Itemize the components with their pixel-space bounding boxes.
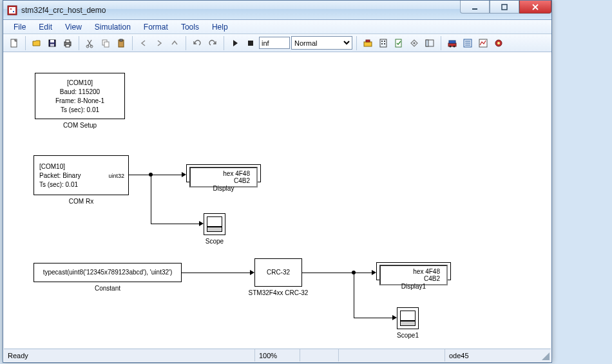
svg-rect-5: [502, 5, 507, 10]
svg-rect-22: [380, 39, 387, 47]
stop-button[interactable]: [244, 36, 258, 50]
block-label: Constant: [33, 285, 182, 292]
signal-builder-button[interactable]: [476, 36, 490, 50]
block-text: [COM10]: [39, 162, 123, 171]
arrow-icon: [372, 270, 376, 275]
arrow-icon: [392, 315, 397, 320]
block-scope1[interactable]: [397, 307, 419, 329]
maximize-button[interactable]: [490, 1, 519, 14]
menu-edit[interactable]: Edit: [32, 21, 59, 34]
block-display1[interactable]: hex 4F48 C4B2: [376, 262, 451, 280]
block-text: Ts (sec): 0.01: [39, 180, 123, 189]
svg-rect-24: [384, 41, 385, 42]
toolbar-separator: [356, 36, 357, 50]
block-scope[interactable]: [204, 213, 225, 235]
model-explorer-button[interactable]: [423, 36, 437, 50]
svg-rect-8: [50, 40, 54, 43]
toolbar-separator: [186, 36, 186, 50]
menu-file[interactable]: File: [7, 21, 32, 34]
forward-button[interactable]: [152, 36, 166, 50]
block-text: CRC-32: [267, 269, 290, 276]
block-crc32[interactable]: CRC-32: [254, 258, 302, 287]
status-empty: [300, 349, 339, 361]
titlebar[interactable]: stm32f4_crc_host_demo: [3, 1, 551, 20]
status-ready: Ready: [4, 349, 255, 361]
block-label: Display: [186, 185, 261, 192]
arrow-icon: [199, 221, 204, 226]
svg-rect-4: [472, 8, 477, 10]
toolbar-separator: [25, 36, 26, 50]
signal-wire: [302, 273, 372, 273]
block-constant[interactable]: typecast(uint8('12345x789123abcd'), 'uin…: [33, 263, 182, 282]
signal-wire: [354, 273, 354, 318]
toolbar-separator: [441, 36, 441, 50]
back-button[interactable]: [137, 36, 151, 50]
up-button[interactable]: [167, 36, 182, 50]
paste-button[interactable]: [114, 36, 128, 50]
block-com-rx[interactable]: [COM10] Packet: Binary Ts (sec): 0.01 ui…: [33, 155, 129, 195]
build-button[interactable]: [361, 36, 375, 50]
signal-wire: [129, 175, 182, 175]
model-config-button[interactable]: [461, 36, 475, 50]
svg-rect-9: [50, 44, 54, 46]
block-com-setup[interactable]: [COM10] Baud: 115200 Frame: 8-None-1 Ts …: [35, 73, 125, 119]
menu-help[interactable]: Help: [206, 21, 234, 34]
window-title: stm32f4_crc_host_demo: [21, 6, 106, 15]
svg-rect-16: [104, 42, 109, 47]
signal-wire: [151, 175, 151, 224]
app-window: stm32f4_crc_host_demo File Edit View Sim…: [3, 0, 552, 363]
close-button[interactable]: [519, 1, 551, 14]
menu-view[interactable]: View: [59, 21, 88, 34]
svg-rect-33: [449, 41, 455, 43]
svg-rect-21: [366, 40, 370, 42]
new-button[interactable]: [7, 36, 21, 50]
debug-button[interactable]: [492, 36, 506, 50]
signal-wire: [354, 318, 392, 318]
undo-button[interactable]: [190, 36, 204, 50]
cut-button[interactable]: [83, 36, 97, 50]
arrow-icon: [250, 270, 254, 275]
refresh-button[interactable]: [392, 36, 406, 50]
toolbar-separator: [224, 36, 224, 50]
minimize-button[interactable]: [460, 1, 490, 14]
run-button[interactable]: [228, 36, 242, 50]
block-text: Ts (sec): 0.01: [35, 106, 124, 115]
toolbar-separator: [132, 36, 133, 50]
library-browser-button[interactable]: [445, 36, 459, 50]
block-label: COM Rx: [33, 198, 129, 205]
block-label: Display1: [376, 283, 451, 290]
svg-rect-26: [384, 43, 385, 44]
svg-rect-20: [364, 42, 372, 46]
signal-wire: [151, 224, 199, 224]
menu-tools[interactable]: Tools: [175, 21, 206, 34]
model-canvas[interactable]: [COM10] Baud: 115200 Frame: 8-None-1 Ts …: [4, 53, 551, 348]
svg-rect-12: [66, 44, 70, 47]
statusbar: Ready 100% ode45: [4, 349, 551, 361]
save-button[interactable]: [45, 36, 59, 50]
copy-button[interactable]: [99, 36, 113, 50]
block-text: Frame: 8-None-1: [35, 97, 124, 106]
resize-grip-icon[interactable]: [540, 351, 550, 360]
open-button[interactable]: [30, 36, 44, 50]
simulink-icon: [7, 5, 17, 15]
arrow-icon: [182, 172, 186, 177]
stoptime-input[interactable]: [259, 37, 290, 49]
window-buttons: [460, 1, 551, 14]
incremental-build-button[interactable]: [376, 36, 390, 50]
menu-format[interactable]: Format: [137, 21, 175, 34]
block-display[interactable]: hex 4F48 C4B2: [186, 164, 261, 182]
status-solver: ode45: [445, 349, 551, 361]
block-label: Scope1: [390, 332, 425, 339]
svg-point-31: [450, 45, 452, 47]
toolbar-separator: [79, 36, 79, 50]
port-type: uint32: [108, 171, 124, 180]
redo-button[interactable]: [206, 36, 220, 50]
svg-rect-29: [426, 40, 428, 46]
svg-point-37: [497, 42, 500, 44]
model-advisor-button[interactable]: [407, 36, 421, 50]
block-label: STM32F4xx CRC-32: [242, 289, 315, 296]
menu-simulation[interactable]: Simulation: [88, 21, 137, 34]
sim-mode-select[interactable]: Normal: [291, 36, 352, 50]
print-button[interactable]: [61, 36, 75, 50]
svg-rect-1: [9, 7, 15, 14]
